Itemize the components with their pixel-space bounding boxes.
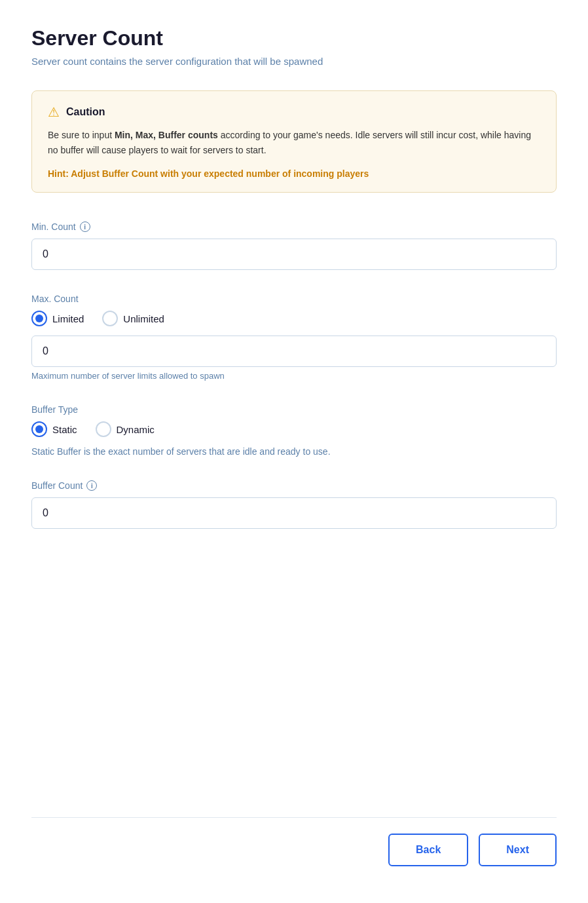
max-count-limited-option[interactable]: Limited bbox=[31, 311, 84, 326]
buffer-type-description: Static Buffer is the exact number of ser… bbox=[31, 446, 557, 457]
buffer-type-section: Buffer Type Static Dynamic Static Buffer… bbox=[31, 404, 557, 457]
max-count-input[interactable] bbox=[31, 336, 557, 367]
max-count-limited-label: Limited bbox=[52, 313, 84, 324]
page-container: Server Count Server count contains the s… bbox=[0, 0, 588, 903]
buffer-type-dynamic-radio[interactable] bbox=[96, 421, 111, 437]
max-count-unlimited-label: Unlimited bbox=[123, 313, 164, 324]
next-button[interactable]: Next bbox=[479, 834, 557, 866]
buffer-count-section: Buffer Count i bbox=[31, 480, 557, 529]
buffer-count-label: Buffer Count i bbox=[31, 480, 557, 491]
buffer-type-static-label: Static bbox=[52, 424, 77, 435]
caution-body: Be sure to input Min, Max, Buffer counts… bbox=[48, 128, 540, 158]
page-subtitle: Server count contains the server configu… bbox=[31, 56, 557, 67]
buffer-type-dynamic-label: Dynamic bbox=[117, 424, 155, 435]
caution-title: Caution bbox=[66, 106, 105, 118]
footer-buttons: Back Next bbox=[31, 834, 557, 877]
max-count-limited-radio[interactable] bbox=[31, 311, 47, 326]
caution-body-bold: Min, Max, Buffer counts bbox=[115, 130, 218, 140]
min-count-section: Min. Count i bbox=[31, 221, 557, 270]
min-count-label: Min. Count i bbox=[31, 221, 557, 232]
caution-icon: ⚠ bbox=[48, 104, 60, 120]
min-count-input[interactable] bbox=[31, 239, 557, 270]
footer-divider bbox=[31, 817, 557, 818]
min-count-info-icon[interactable]: i bbox=[80, 221, 90, 232]
max-count-hint: Maximum number of server limits allowed … bbox=[31, 371, 557, 381]
buffer-count-info-icon[interactable]: i bbox=[86, 480, 97, 491]
buffer-type-label-text: Buffer Type bbox=[31, 404, 78, 415]
buffer-type-label: Buffer Type bbox=[31, 404, 557, 415]
max-count-section: Max. Count Limited Unlimited Maximum num… bbox=[31, 294, 557, 381]
max-count-unlimited-option[interactable]: Unlimited bbox=[102, 311, 164, 326]
caution-hint: Hint: Adjust Buffer Count with your expe… bbox=[48, 168, 540, 179]
max-count-unlimited-radio[interactable] bbox=[102, 311, 118, 326]
buffer-count-label-text: Buffer Count bbox=[31, 480, 83, 491]
max-count-radio-group: Limited Unlimited bbox=[31, 311, 557, 326]
max-count-label-text: Max. Count bbox=[31, 294, 79, 304]
back-button[interactable]: Back bbox=[388, 834, 468, 866]
buffer-type-dynamic-option[interactable]: Dynamic bbox=[96, 421, 155, 437]
max-count-label: Max. Count bbox=[31, 294, 557, 304]
buffer-type-static-radio[interactable] bbox=[31, 421, 47, 437]
min-count-label-text: Min. Count bbox=[31, 221, 76, 232]
caution-header: ⚠ Caution bbox=[48, 104, 540, 120]
buffer-type-radio-group: Static Dynamic bbox=[31, 421, 557, 437]
caution-body-prefix: Be sure to input bbox=[48, 130, 115, 140]
caution-box: ⚠ Caution Be sure to input Min, Max, Buf… bbox=[31, 90, 557, 193]
buffer-type-static-option[interactable]: Static bbox=[31, 421, 77, 437]
page-title: Server Count bbox=[31, 26, 557, 50]
buffer-count-input[interactable] bbox=[31, 497, 557, 529]
